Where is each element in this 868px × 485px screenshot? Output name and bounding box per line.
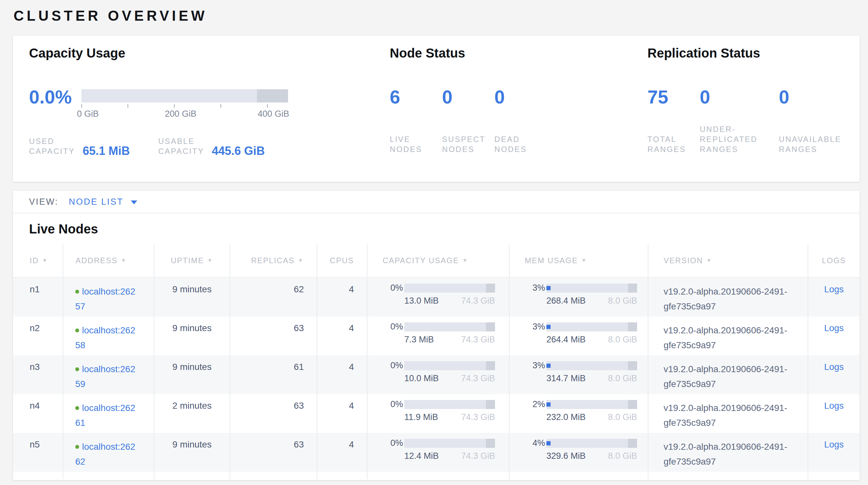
memory-max-value: 8.0 GiB	[608, 451, 637, 461]
memory-percent: 3%	[519, 322, 545, 332]
logs-link[interactable]: Logs	[824, 362, 844, 372]
column-header-label: LOGS	[822, 256, 846, 265]
node-live-status-icon	[75, 329, 79, 333]
node-replicas-cell: 63	[230, 394, 317, 433]
column-header-cpus: CPUS	[317, 244, 368, 277]
capacity-percent: 0%	[376, 438, 403, 448]
column-header-label: ID	[30, 256, 39, 265]
node-version-cell: v19.2.0-alpha.20190606-2491-gfe735c9a97	[648, 433, 808, 472]
memory-used-value: 268.4 MiB	[547, 296, 586, 306]
partial-row-cell	[317, 472, 368, 479]
node-address-cell: localhost:26262	[63, 433, 154, 472]
node-capacity-usage-cell: 0% 10.0 MiB 74.3 GiB	[368, 355, 509, 394]
memory-bar-reserved-segment	[628, 284, 637, 293]
node-uptime-cell: 2 minutes	[154, 394, 230, 433]
memory-bar-fill	[547, 325, 551, 329]
column-header-uptime[interactable]: UPTIME▼	[154, 244, 230, 277]
memory-max-value: 8.0 GiB	[608, 373, 637, 383]
capacity-bar-reserved-segment	[486, 439, 495, 448]
dead-nodes-count: 0	[494, 87, 547, 107]
partial-row-cell	[13, 472, 63, 479]
node-replicas-cell: 62	[230, 278, 317, 317]
axis-tick-label: 400 GiB	[258, 109, 289, 119]
memory-bar-fill	[547, 441, 551, 445]
capacity-percent: 0%	[376, 361, 403, 371]
logs-link[interactable]: Logs	[824, 284, 844, 294]
column-header-replicas[interactable]: REPLICAS▼	[230, 244, 317, 277]
replication-status-section: Replication Status 75 0 0 TOTALRANGES UN…	[647, 35, 860, 182]
logs-link[interactable]: Logs	[824, 401, 844, 411]
memory-used-value: 314.7 MiB	[547, 373, 586, 383]
replication-status-title: Replication Status	[647, 46, 860, 60]
total-ranges-label: TOTALRANGES	[647, 134, 700, 154]
sort-arrow-icon: ▼	[462, 257, 469, 264]
node-capacity-usage-cell: 0% 11.9 MiB 74.3 GiB	[368, 394, 509, 433]
axis-tick	[267, 104, 268, 108]
node-live-status-icon	[75, 406, 79, 410]
capacity-axis-ticks	[82, 103, 288, 108]
memory-percent: 2%	[519, 399, 545, 409]
logs-link[interactable]: Logs	[824, 323, 844, 333]
memory-bar-fill	[547, 364, 551, 368]
node-logs-cell: Logs	[808, 278, 860, 317]
node-mem-usage-cell: 3% 264.4 MiB 8.0 GiB	[509, 317, 648, 355]
column-header-label: VERSION	[663, 256, 703, 265]
capacity-bar: 0 GiB200 GiB400 GiB	[82, 87, 288, 119]
column-header-version[interactable]: VERSION▼	[648, 244, 808, 277]
node-address-link[interactable]: localhost:26262	[75, 442, 135, 466]
memory-bar	[547, 361, 637, 370]
node-mem-usage-cell: 3% 268.4 MiB 8.0 GiB	[509, 278, 648, 317]
node-logs-cell: Logs	[808, 433, 860, 472]
used-capacity-label: USEDCAPACITY	[29, 136, 82, 156]
table-row: n4 localhost:26261 2 minutes 63 4 0% 11.…	[13, 394, 860, 433]
sort-arrow-icon: ▼	[42, 257, 48, 264]
table-row: n3 localhost:26259 9 minutes 61 4 0% 10.…	[13, 355, 860, 394]
node-address-link[interactable]: localhost:26261	[75, 403, 135, 428]
partial-row-cell	[368, 472, 509, 479]
node-capacity-usage-cell: 0% 13.0 MiB 74.3 GiB	[368, 278, 509, 317]
capacity-max-value: 74.3 GiB	[461, 412, 495, 422]
node-cpus-cell: 4	[317, 394, 368, 433]
logs-link[interactable]: Logs	[824, 439, 844, 450]
node-address-link[interactable]: localhost:26258	[75, 325, 135, 350]
table-partial-row	[13, 472, 860, 479]
axis-tick	[174, 104, 175, 108]
node-address-cell: localhost:26258	[63, 317, 154, 355]
memory-percent: 4%	[519, 438, 545, 448]
capacity-usage-title: Capacity Usage	[29, 46, 390, 60]
column-header-id[interactable]: ID▼	[13, 244, 63, 277]
dead-nodes-label: DEADNODES	[494, 134, 547, 154]
node-replicas-cell: 63	[230, 433, 317, 472]
axis-tick	[221, 104, 221, 108]
node-cpus-cell: 4	[317, 278, 368, 317]
node-address-link[interactable]: localhost:26257	[75, 286, 135, 311]
suspect-nodes-label: SUSPECTNODES	[442, 134, 494, 154]
view-selected-value: NODE LIST	[69, 197, 124, 207]
column-header-address[interactable]: ADDRESS▼	[63, 244, 154, 277]
under-replicated-ranges-count: 0	[700, 87, 779, 107]
node-uptime-cell: 9 minutes	[154, 317, 230, 355]
node-uptime-cell: 9 minutes	[154, 355, 230, 394]
memory-used-value: 329.6 MiB	[547, 451, 586, 461]
capacity-max-value: 74.3 GiB	[461, 335, 495, 345]
capacity-percent: 0%	[376, 399, 403, 409]
capacity-used-percent: 0.0%	[29, 87, 82, 107]
view-selector[interactable]: NODE LIST	[69, 197, 137, 207]
unavailable-ranges-count: 0	[779, 87, 831, 107]
memory-bar-reserved-segment	[628, 361, 637, 370]
table-row: n1 localhost:26257 9 minutes 62 4 0% 13.…	[13, 278, 860, 317]
column-header-label: UPTIME	[171, 256, 204, 265]
partial-row-cell	[808, 472, 860, 479]
node-mem-usage-cell: 3% 314.7 MiB 8.0 GiB	[509, 355, 648, 394]
usable-capacity-stat: USABLECAPACITY 445.6 GiB	[158, 136, 287, 156]
memory-bar-fill	[547, 402, 551, 406]
memory-bar	[547, 439, 637, 448]
axis-tick	[82, 104, 82, 108]
live-nodes-count: 6	[390, 87, 442, 107]
capacity-max-value: 74.3 GiB	[461, 296, 495, 306]
suspect-nodes-count: 0	[442, 87, 494, 107]
column-header-capacity-usage[interactable]: CAPACITY USAGE▼	[368, 244, 509, 277]
capacity-bar	[404, 322, 495, 332]
column-header-mem-usage[interactable]: MEM USAGE▼	[509, 244, 648, 277]
node-address-link[interactable]: localhost:26259	[75, 364, 135, 389]
